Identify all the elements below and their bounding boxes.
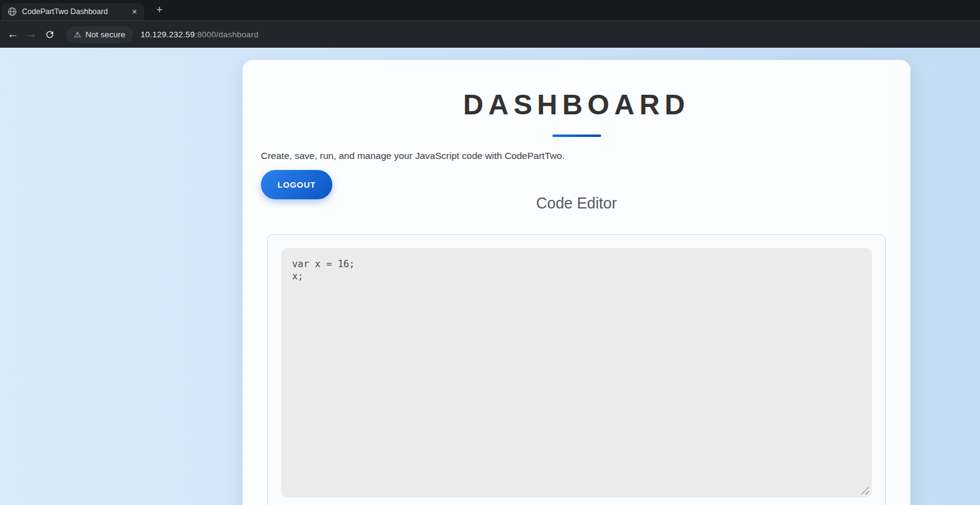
warning-triangle-icon: ⚠ [74,31,81,39]
tab-close-icon[interactable]: ✕ [130,7,139,17]
code-editor-heading: Code Editor [261,194,892,212]
back-button[interactable]: ← [4,25,22,43]
security-label: Not secure [86,30,125,39]
reload-icon [45,29,55,40]
logout-button[interactable]: LOGOUT [261,170,332,199]
reload-button[interactable] [40,25,59,43]
url-path: :8000/dashboard [195,30,258,39]
browser-tab[interactable]: CodePartTwo Dashboard ✕ [1,3,144,20]
browser-toolbar: ← → ⚠ Not secure 10.129.232.59:8000/dash… [0,20,980,48]
code-editor-textarea[interactable]: var x = 16; x; [281,248,872,498]
address-bar[interactable]: 10.129.232.59:8000/dashboard [141,30,258,39]
title-divider [552,135,601,137]
code-editor-container: var x = 16; x; [267,234,886,505]
code-editor-wrap: var x = 16; x; [281,248,872,498]
tab-title: CodePartTwo Dashboard [22,7,125,16]
url-host: 10.129.232.59 [141,30,195,39]
site-security-chip[interactable]: ⚠ Not secure [66,26,133,43]
page-title: DASHBOARD [261,90,892,119]
new-tab-button[interactable]: + [152,2,167,18]
page-background: DASHBOARD Create, save, run, and manage … [0,48,980,505]
browser-tab-bar: CodePartTwo Dashboard ✕ + [0,0,980,20]
dashboard-card: DASHBOARD Create, save, run, and manage … [243,60,910,505]
forward-button[interactable]: → [22,25,40,43]
page-subtitle: Create, save, run, and manage your JavaS… [261,150,892,161]
globe-favicon-icon [7,7,17,17]
